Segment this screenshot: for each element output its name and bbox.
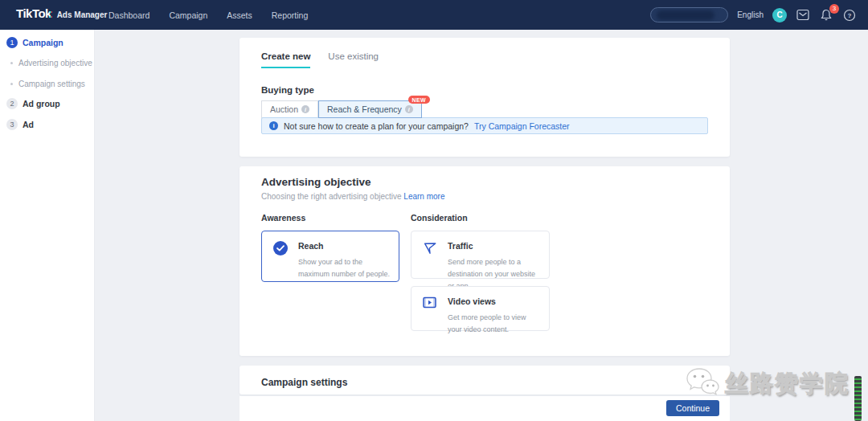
objective-columns: Awareness Reach Show your ad to the maxi… (261, 213, 550, 338)
tab-create-new[interactable]: Create new (261, 51, 310, 68)
info-icon[interactable]: i (301, 105, 309, 113)
create-campaign-card: Create new Use existing Buying type Auct… (240, 38, 730, 157)
option-label: Reach & Frequency (327, 104, 402, 114)
nav-item-reporting[interactable]: Reporting (272, 10, 309, 20)
objective-card-traffic[interactable]: Traffic Send more people to a destinatio… (411, 231, 550, 279)
objective-description: Show your ad to the maximum number of pe… (298, 256, 391, 280)
objective-title: Traffic (448, 241, 541, 251)
option-label: Auction (270, 104, 298, 114)
buying-type-auction[interactable]: Auction i (261, 100, 318, 118)
info-icon[interactable]: i (405, 105, 413, 113)
step-number-circle: 1 (6, 37, 18, 48)
substep-label: Campaign settings (18, 80, 85, 88)
steps-sidebar: 1 Campaign Advertising objective Campaig… (0, 30, 95, 421)
objective-card-video-views[interactable]: Video views Get more people to view your… (411, 286, 550, 331)
logo-colon-mark: : (48, 7, 52, 20)
buying-type-label: Buying type (261, 85, 314, 95)
step-label: Ad (23, 120, 34, 129)
bullet-dot-icon (10, 62, 13, 64)
scrollbar-artifact[interactable] (854, 376, 862, 421)
help-icon[interactable]: ? (842, 8, 857, 22)
campaign-settings-card: Campaign settings (240, 366, 730, 394)
account-name-pill-redacted[interactable] (650, 7, 728, 22)
column-heading: Consideration (411, 213, 550, 223)
section-title: Advertising objective (261, 176, 371, 188)
top-navbar: TikTok: Ads Manager Dashboard Campaign A… (0, 0, 868, 30)
continue-button[interactable]: Continue (666, 400, 719, 416)
banner-text: Not sure how to create a plan for your c… (284, 121, 469, 131)
sidebar-substep-advertising-objective[interactable]: Advertising objective (10, 57, 92, 68)
objective-card-reach[interactable]: Reach Show your ad to the maximum number… (261, 231, 399, 282)
footer-action-bar: Continue (240, 396, 730, 421)
objective-title: Reach (298, 241, 391, 251)
new-badge: NEW (408, 96, 430, 104)
nav-item-dashboard[interactable]: Dashboard (108, 10, 149, 20)
nav-item-campaign[interactable]: Campaign (169, 10, 207, 20)
objective-description: Get more people to view your video conte… (448, 312, 541, 336)
subtitle-text: Choosing the right advertising objective (261, 192, 402, 201)
column-heading: Awareness (261, 213, 399, 223)
bullet-dot-icon (10, 83, 13, 85)
sidebar-step-ad[interactable]: 3 Ad (6, 118, 34, 131)
logo-suffix: Ads Manager (57, 10, 108, 19)
substep-label: Advertising objective (18, 59, 92, 67)
buying-type-options: Auction i Reach & Frequency i NEW (261, 100, 422, 118)
advertising-objective-card: Advertising objective Choosing the right… (240, 166, 730, 356)
svg-text:?: ? (848, 12, 852, 19)
objective-title: Video views (448, 296, 541, 306)
check-circle-icon (272, 241, 288, 256)
nav-menu: Dashboard Campaign Assets Reporting (108, 0, 308, 30)
video-icon (422, 296, 437, 312)
watermark-text: 丝路赞学院 (725, 368, 850, 400)
logo-brand: TikTok: (16, 6, 52, 21)
section-subtitle: Choosing the right advertising objective… (261, 192, 444, 201)
inbox-mail-icon[interactable] (796, 8, 810, 22)
sidebar-step-ad-group[interactable]: 2 Ad group (6, 97, 60, 110)
navbar-right-cluster: English C 3 ? (650, 0, 857, 30)
notifications-bell-icon[interactable]: 3 (819, 8, 833, 22)
step-label: Ad group (23, 99, 60, 108)
step-number-circle: 2 (6, 98, 18, 109)
campaign-forecaster-banner: i Not sure how to create a plan for your… (261, 117, 708, 134)
tiktok-logo[interactable]: TikTok: Ads Manager (16, 6, 107, 21)
section-title: Campaign settings (261, 377, 347, 388)
consideration-column: Consideration Traffic Send more people t… (411, 213, 550, 338)
cursor-icon (422, 241, 437, 256)
sidebar-substep-campaign-settings[interactable]: Campaign settings (10, 78, 85, 89)
info-icon: i (269, 121, 278, 130)
awareness-column: Awareness Reach Show your ad to the maxi… (261, 213, 399, 338)
step-number-circle: 3 (6, 119, 18, 130)
notification-count-badge: 3 (829, 4, 839, 14)
nav-item-assets[interactable]: Assets (227, 10, 252, 20)
step-label: Campaign (23, 38, 63, 47)
learn-more-link[interactable]: Learn more (403, 192, 444, 201)
campaign-forecaster-link[interactable]: Try Campaign Forecaster (474, 121, 570, 131)
language-selector[interactable]: English (737, 10, 764, 19)
campaign-tabs: Create new Use existing (261, 51, 379, 68)
tab-use-existing[interactable]: Use existing (328, 51, 379, 68)
buying-type-reach-frequency[interactable]: Reach & Frequency i NEW (318, 100, 422, 118)
tiktok-ads-manager-screen: TikTok: Ads Manager Dashboard Campaign A… (0, 0, 868, 421)
avatar[interactable]: C (772, 8, 787, 22)
sidebar-step-campaign[interactable]: 1 Campaign (6, 36, 63, 49)
